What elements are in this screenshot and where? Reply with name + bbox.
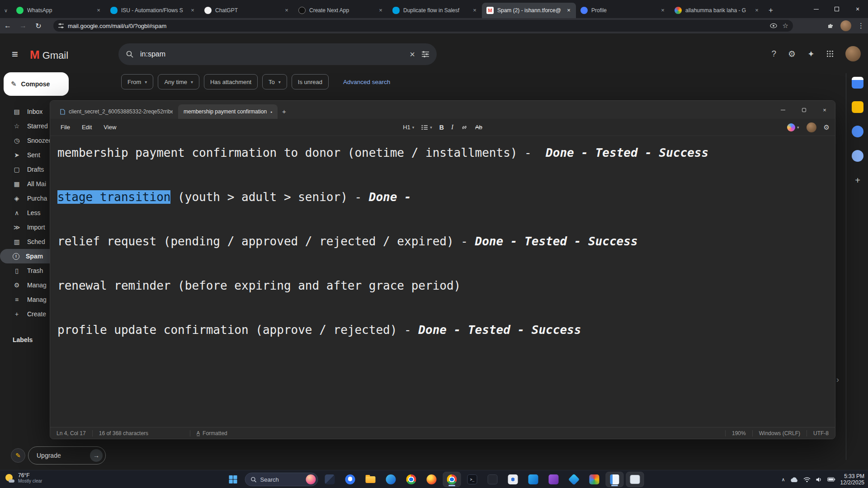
gemini-icon[interactable]: ✦: [807, 49, 815, 59]
side-panel-chevron-icon[interactable]: ›: [836, 375, 839, 385]
tab-close-icon[interactable]: ×: [753, 7, 760, 14]
notepad-settings-icon[interactable]: ⚙: [824, 123, 830, 131]
taskbar-clock[interactable]: 5:33 PM 12/2/2025: [840, 473, 864, 486]
tab-close-icon[interactable]: ×: [283, 7, 290, 14]
copilot-button[interactable]: ▾: [787, 123, 799, 131]
gmail-search-bar[interactable]: in:spam ×: [118, 43, 437, 65]
apps-grid-icon[interactable]: [826, 50, 834, 57]
italic-button[interactable]: I: [451, 123, 453, 131]
clear-search-icon[interactable]: ×: [410, 49, 415, 60]
advanced-search-link[interactable]: Advanced search: [343, 79, 390, 85]
notepad-tab-client-secret[interactable]: client_secret_2_60053885332-2reqe52rribe: [55, 104, 178, 119]
edge-button[interactable]: [382, 472, 400, 487]
calendar-icon[interactable]: [852, 77, 863, 89]
chip-any-time[interactable]: Any time▾: [158, 74, 199, 89]
help-icon[interactable]: ?: [771, 49, 776, 59]
browser-profile-avatar[interactable]: [840, 20, 851, 31]
chrome-button[interactable]: [403, 472, 420, 487]
settings-gear-icon[interactable]: ⚙: [788, 49, 796, 59]
menu-file[interactable]: File: [56, 122, 75, 133]
tab-close-icon[interactable]: ×: [565, 7, 572, 14]
clear-formatting-button[interactable]: Ab: [475, 124, 482, 131]
minimize-button[interactable]: [806, 0, 826, 18]
browser-tab-spam-active[interactable]: M Spam (2) - ishann.tforce@ ×: [482, 3, 576, 18]
browser-tab-profile[interactable]: Profile ×: [576, 3, 670, 18]
add-addons-icon[interactable]: +: [852, 174, 863, 186]
contacts-icon[interactable]: [852, 150, 863, 162]
monitor-app-button[interactable]: [627, 472, 644, 487]
new-tab-button[interactable]: +: [764, 4, 778, 17]
notepad-maximize-button[interactable]: [793, 101, 814, 119]
start-button[interactable]: [225, 472, 242, 487]
tab-close-icon[interactable]: ×: [377, 7, 384, 14]
notepad-button[interactable]: [606, 472, 623, 487]
task-view-button[interactable]: [321, 472, 339, 487]
menu-edit[interactable]: Edit: [77, 122, 97, 133]
notepad-tab-membership[interactable]: membership payment confirmation ●: [178, 104, 278, 119]
onedrive-cloud-icon[interactable]: [790, 477, 798, 483]
editor[interactable]: membership payment confirmation to donor…: [50, 136, 835, 427]
volume-icon[interactable]: [816, 477, 822, 483]
zoom-level[interactable]: 190%: [726, 430, 752, 436]
search-filters-icon[interactable]: [421, 51, 429, 58]
chip-has-attachment[interactable]: Has attachment: [204, 74, 258, 89]
forward-icon[interactable]: →: [15, 22, 31, 30]
browser-tab-salesforce-flow[interactable]: Duplicate flow in Salesf ×: [388, 3, 482, 18]
dev-app-button[interactable]: [484, 472, 501, 487]
chat-button[interactable]: [342, 472, 359, 487]
extensions-puzzle-icon[interactable]: [827, 22, 834, 29]
terminal-button[interactable]: >_: [464, 472, 481, 487]
browser-menu-icon[interactable]: ⋮: [858, 22, 864, 30]
hidden-icons-chevron[interactable]: ∧: [782, 477, 785, 483]
hamburger-icon[interactable]: ≡: [12, 48, 18, 61]
reload-icon[interactable]: ↻: [31, 22, 46, 30]
tab-close-icon[interactable]: ×: [95, 7, 102, 14]
chip-is-unread[interactable]: Is unread: [292, 74, 329, 89]
browser-tab-media[interactable]: allahumma barik laha - G ×: [670, 3, 764, 18]
search-query[interactable]: in:spam: [140, 50, 403, 58]
browser-tab-isu[interactable]: ISU - Automation/Flows S ×: [106, 3, 200, 18]
back-icon[interactable]: ←: [0, 22, 15, 30]
notepad-titlebar[interactable]: client_secret_2_60053885332-2reqe52rribe…: [50, 101, 835, 119]
tab-close-icon[interactable]: ×: [189, 7, 196, 14]
tasks-icon[interactable]: [852, 126, 863, 137]
list-style-button[interactable]: ▾: [421, 125, 432, 130]
maximize-button[interactable]: [826, 0, 847, 18]
notepad-close-button[interactable]: ×: [814, 101, 835, 119]
heading-style-button[interactable]: H1 ▾: [403, 124, 414, 131]
tune-icon[interactable]: [58, 23, 64, 29]
taskbar-search[interactable]: Search: [245, 473, 318, 486]
azure-app-button[interactable]: [566, 472, 583, 487]
chip-from[interactable]: From▾: [121, 74, 153, 89]
keep-icon[interactable]: [852, 101, 863, 113]
notepad-new-tab-button[interactable]: +: [278, 105, 290, 117]
battery-icon[interactable]: [827, 477, 835, 482]
google-app-button[interactable]: [586, 472, 603, 487]
reading-mode-eye-icon[interactable]: [770, 23, 777, 28]
chip-to[interactable]: To▾: [262, 74, 287, 89]
notepad-minimize-button[interactable]: [773, 101, 793, 119]
tab-close-icon[interactable]: ×: [659, 7, 666, 14]
wifi-icon[interactable]: [803, 477, 811, 483]
browser-tab-chatgpt[interactable]: ChatGPT ×: [200, 3, 294, 18]
browser-tab-whatsapp[interactable]: WhatsApp ×: [12, 3, 106, 18]
notepad-account-avatar[interactable]: [807, 122, 816, 132]
firefox-button[interactable]: [423, 472, 440, 487]
compose-pencil-button[interactable]: ✎: [11, 448, 25, 463]
bold-button[interactable]: B: [439, 124, 444, 131]
close-button[interactable]: ×: [847, 0, 868, 18]
file-explorer-button[interactable]: [362, 472, 379, 487]
address-bar[interactable]: mail.google.com/mail/u/0/?ogbl#spam ☆: [53, 20, 793, 32]
taskbar-weather[interactable]: 76°F Mostly clear: [5, 472, 42, 483]
upgrade-button[interactable]: Upgrade →: [28, 446, 106, 465]
formatting-status[interactable]: A Formatted: [190, 430, 234, 436]
vscode-button[interactable]: [525, 472, 542, 487]
menu-view[interactable]: View: [99, 122, 121, 133]
chrome-active-button[interactable]: [443, 472, 461, 487]
gmail-avatar[interactable]: [845, 46, 861, 61]
office-app-button[interactable]: [505, 472, 522, 487]
link-icon[interactable]: [461, 124, 468, 131]
bookmark-star-icon[interactable]: ☆: [783, 22, 788, 30]
compose-button[interactable]: ✎ Compose: [4, 72, 69, 96]
tab-search-icon[interactable]: ∨: [0, 3, 12, 18]
